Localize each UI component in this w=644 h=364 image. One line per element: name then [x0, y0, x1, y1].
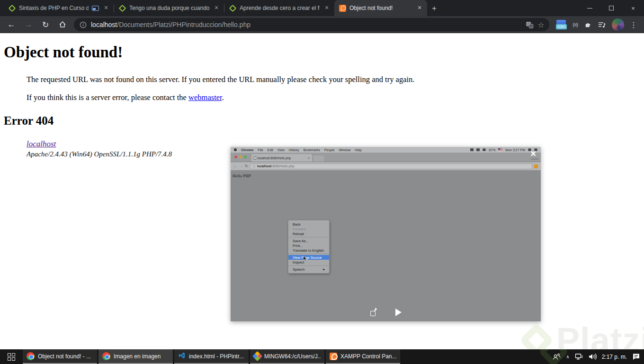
- taskbar-button-vscode[interactable]: index.html - PHPintr...: [174, 349, 249, 364]
- context-menu-translate: Translate to English: [288, 248, 329, 253]
- annotation-extension-icon[interactable]: (≡): [572, 22, 578, 27]
- back-button[interactable]: ←: [4, 17, 19, 32]
- apple-logo-icon: [234, 148, 237, 151]
- media-controls-icon[interactable]: [598, 20, 606, 29]
- pip-indicator-icon: [92, 6, 99, 11]
- taskbar-button-pip[interactable]: Imagen en imagen: [98, 349, 173, 364]
- picture-in-picture-window[interactable]: Chrome File Edit View History Bookmarks …: [231, 147, 541, 321]
- mac-tab-close-icon: ×: [308, 156, 310, 160]
- chrome-menu-icon[interactable]: ⋮: [630, 20, 637, 29]
- people-icon[interactable]: [553, 353, 561, 360]
- context-menu-back: Back: [288, 222, 329, 227]
- bookmark-star-icon[interactable]: ☆: [537, 20, 544, 29]
- tab-title: Object not found!: [349, 5, 412, 11]
- page-info-icon[interactable]: [79, 20, 87, 29]
- start-button[interactable]: [0, 349, 23, 364]
- translate-icon[interactable]: GA: [525, 20, 534, 29]
- taskbar-button-mingw[interactable]: MINGW64:/c/Users/J...: [250, 349, 324, 364]
- action-center-icon[interactable]: [632, 353, 640, 360]
- tab-aprende[interactable]: Aprende desde cero a crear el fu ×: [224, 0, 334, 16]
- network-icon[interactable]: [575, 353, 583, 360]
- extensions-puzzle-icon[interactable]: [583, 20, 592, 29]
- platzi-favicon: [119, 4, 126, 12]
- tab-close-icon[interactable]: ×: [213, 4, 220, 12]
- mac-tray-icon: [483, 148, 486, 151]
- context-menu-separator: [288, 237, 329, 237]
- mac-back-icon: ←: [233, 164, 237, 168]
- mac-menu-history: History: [289, 148, 299, 152]
- extension-badge: 43m: [556, 24, 567, 29]
- mac-zoom-traffic-light: [244, 155, 247, 158]
- chrome-icon: [102, 352, 110, 360]
- localhost-link[interactable]: localhost: [27, 139, 56, 149]
- xampp-favicon: [339, 5, 346, 12]
- tab-title: Sintaxis de PHP en Curso de: [19, 5, 89, 11]
- context-menu-print: Print...: [288, 243, 329, 248]
- window-close-button[interactable]: ×: [622, 0, 644, 16]
- tab-duda[interactable]: Tengo una duda porque cuando ×: [114, 0, 224, 16]
- mac-menu-window: Window: [339, 148, 350, 152]
- mac-menu-chrome: Chrome: [241, 148, 253, 152]
- mingw-icon: [252, 351, 262, 361]
- url-host: localhost: [91, 21, 117, 28]
- new-tab-button[interactable]: +: [427, 4, 441, 16]
- profile-avatar[interactable]: [612, 18, 624, 31]
- tray-expand-chevron[interactable]: ∧: [566, 354, 569, 359]
- context-menu-reload: Reload: [288, 231, 329, 236]
- back-to-tab-button[interactable]: [370, 309, 377, 316]
- mac-keyboard-flag-icon: [498, 148, 502, 151]
- context-menu: Back Forward Reload Save As... Print... …: [288, 220, 330, 273]
- tab-close-icon[interactable]: ×: [323, 4, 331, 12]
- xampp-icon: [330, 353, 337, 360]
- mac-menu-bar: Chrome File Edit View History Bookmarks …: [231, 147, 541, 153]
- reload-button[interactable]: ↻: [38, 17, 53, 32]
- taskbar-clock[interactable]: 2:17 p. m.: [602, 354, 627, 360]
- tab-title: Aprende desde cero a crear el fu: [240, 5, 320, 11]
- forward-button[interactable]: →: [21, 17, 36, 32]
- windows-taskbar: Object not found! - ... Imagen en imagen…: [0, 349, 644, 364]
- tab-close-icon[interactable]: ×: [416, 4, 423, 12]
- mac-menu-file: File: [258, 148, 263, 152]
- address-bar[interactable]: localhost/Documents/Platzi/PHPintruducci…: [74, 18, 549, 31]
- window-maximize-button[interactable]: [600, 0, 622, 16]
- page-title: Object not found!: [4, 44, 644, 61]
- home-button[interactable]: [55, 17, 70, 32]
- context-menu-separator: [288, 265, 329, 266]
- tab-close-icon[interactable]: ×: [102, 4, 110, 12]
- play-button[interactable]: [395, 309, 402, 316]
- tab-sintaxis-php[interactable]: Sintaxis de PHP en Curso de ×: [4, 0, 114, 16]
- window-minimize-button[interactable]: [579, 0, 600, 16]
- context-menu-save-as: Save As...: [288, 238, 329, 243]
- chrome-icon: [27, 352, 35, 360]
- mac-chrome-tab-bar: localhost:8080/hello.php ×: [231, 153, 541, 162]
- mac-reload-icon: ↻: [245, 164, 248, 168]
- context-menu-forward: Forward: [288, 227, 329, 231]
- error-code-heading: Error 404: [4, 114, 644, 127]
- url-text: localhost/Documents/Platzi/PHPintruducci…: [91, 21, 521, 28]
- mac-menu-bookmarks: Bookmarks: [304, 148, 320, 152]
- taskbar-button-chrome[interactable]: Object not found! - ...: [23, 349, 97, 364]
- url-path: /Documents/Platzi/PHPintruduccion/hello.…: [117, 21, 250, 28]
- tab-object-not-found-active[interactable]: Object not found! ×: [334, 0, 427, 16]
- tab-title: Tengo una duda porque cuando: [129, 5, 209, 11]
- mac-page-content: Hello PHP Back Forward Reload Save As...…: [231, 171, 541, 321]
- mac-clock: Mon 3:27 PM: [505, 148, 525, 152]
- error-contact-line: If you think this is a server error, ple…: [27, 93, 644, 102]
- mac-minimize-traffic-light: [239, 155, 242, 158]
- mac-battery-percent: 87%: [489, 148, 495, 152]
- mac-address-bar: ← → ↻ ⓘ localhost:8080/hello.php: [231, 162, 541, 171]
- volume-icon[interactable]: [588, 353, 597, 360]
- context-menu-separator: [288, 254, 329, 254]
- hello-php-text: Hello PHP: [233, 173, 251, 178]
- taskbar-button-xampp[interactable]: XAMPP Control Pan...: [326, 349, 400, 364]
- mac-menu-people: People: [324, 148, 335, 152]
- mac-omnibox: ⓘ localhost:8080/hello.php: [250, 164, 532, 169]
- mac-guest-profile-label: Guest: [531, 157, 538, 160]
- mac-info-icon: ⓘ: [252, 164, 256, 169]
- mac-menu-help: Help: [355, 148, 361, 152]
- mac-forward-icon: →: [239, 164, 243, 168]
- webmaster-link[interactable]: webmaster: [188, 93, 222, 102]
- timer-extension-icon[interactable]: 43m: [556, 20, 567, 29]
- mac-close-traffic-light: [234, 155, 237, 158]
- mac-tray-icon: [470, 148, 474, 151]
